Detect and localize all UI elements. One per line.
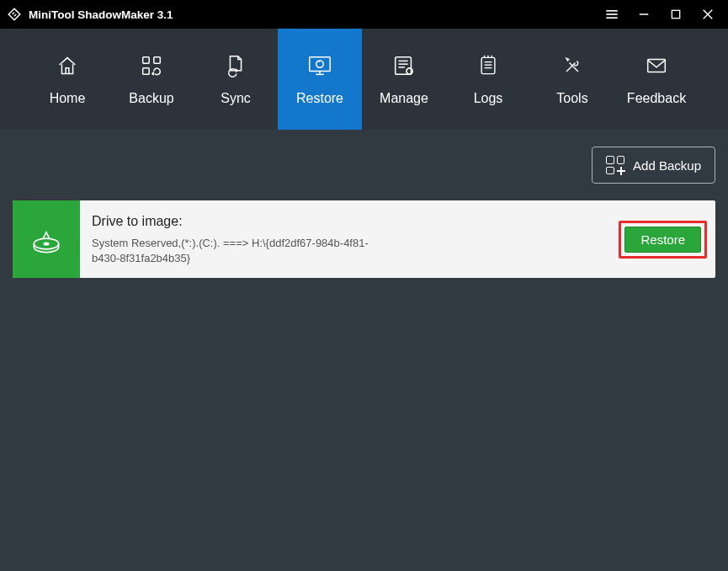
close-button[interactable] — [699, 6, 716, 23]
nav-label: Home — [50, 91, 86, 106]
svg-rect-8 — [154, 57, 161, 64]
svg-rect-10 — [310, 57, 330, 72]
menu-icon[interactable] — [603, 6, 620, 23]
nav-label: Logs — [474, 91, 503, 106]
main-nav: Home Backup Sync Restore — [0, 29, 728, 130]
svg-rect-19 — [481, 57, 495, 73]
svg-point-28 — [44, 243, 49, 244]
manage-icon — [391, 52, 417, 79]
add-backup-button[interactable]: Add Backup — [592, 147, 715, 184]
feedback-icon — [643, 52, 670, 79]
content-toolbar: Add Backup — [13, 147, 715, 184]
maximize-button[interactable] — [667, 6, 684, 23]
svg-rect-26 — [648, 60, 666, 72]
app-title: MiniTool ShadowMaker 3.1 — [29, 8, 603, 21]
nav-sync[interactable]: Sync — [194, 29, 278, 130]
window-controls — [603, 6, 723, 23]
nav-label: Backup — [129, 91, 173, 106]
task-detail: System Reserved,(*:).(C:). ===> H:\{ddf2… — [92, 236, 378, 265]
svg-rect-14 — [396, 57, 412, 75]
tools-icon — [559, 52, 586, 79]
restore-icon — [306, 52, 333, 79]
backup-icon — [138, 52, 165, 79]
add-grid-icon — [606, 156, 624, 174]
svg-rect-7 — [143, 57, 150, 64]
drive-icon — [28, 221, 65, 258]
task-actions: Restore — [619, 200, 715, 278]
content-area: Add Backup Drive to image: System Reserv… — [0, 130, 728, 295]
nav-logs[interactable]: Logs — [446, 29, 530, 130]
app-logo-icon — [7, 7, 22, 22]
nav-label: Tools — [556, 91, 587, 106]
svg-rect-4 — [672, 10, 679, 18]
nav-backup[interactable]: Backup — [109, 29, 194, 130]
nav-feedback[interactable]: Feedback — [614, 29, 699, 130]
add-backup-label: Add Backup — [633, 158, 701, 173]
nav-manage[interactable]: Manage — [362, 29, 446, 130]
logs-icon — [475, 52, 502, 79]
restore-button[interactable]: Restore — [624, 227, 701, 253]
nav-restore[interactable]: Restore — [278, 29, 362, 130]
nav-label: Feedback — [627, 91, 686, 106]
nav-label: Sync — [221, 91, 251, 106]
home-icon — [54, 52, 81, 79]
restore-button-label: Restore — [640, 232, 685, 247]
titlebar: MiniTool ShadowMaker 3.1 — [0, 0, 728, 29]
restore-highlight-box: Restore — [619, 221, 707, 259]
svg-rect-9 — [143, 68, 150, 75]
nav-label: Restore — [296, 91, 343, 106]
minimize-button[interactable] — [635, 6, 652, 23]
nav-label: Manage — [380, 91, 428, 106]
backup-task-card: Drive to image: System Reserved,(*:).(C:… — [13, 200, 715, 278]
nav-home[interactable]: Home — [25, 29, 109, 130]
task-type-icon-column — [13, 200, 80, 278]
nav-tools[interactable]: Tools — [530, 29, 614, 130]
task-body: Drive to image: System Reserved,(*:).(C:… — [80, 200, 619, 278]
task-title: Drive to image: — [92, 214, 607, 229]
sync-icon — [222, 52, 249, 79]
